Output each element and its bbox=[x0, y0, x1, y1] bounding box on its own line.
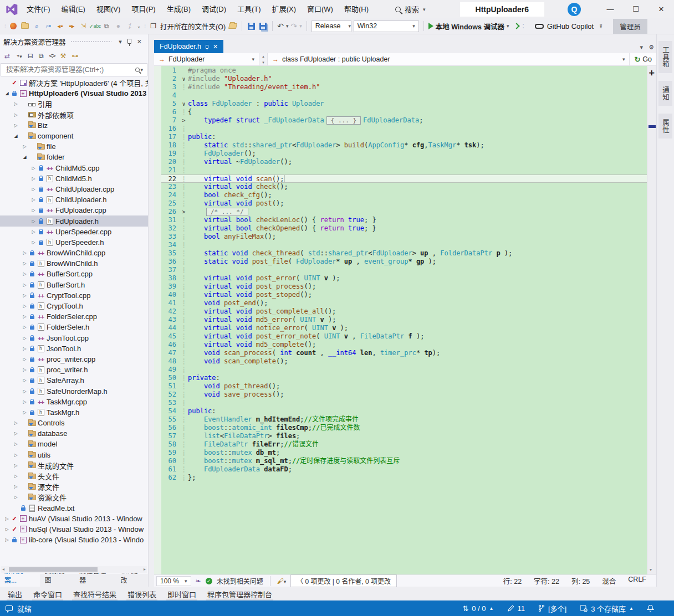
expand-region-icon[interactable]: > bbox=[180, 116, 188, 125]
code-editor[interactable]: 1#pragma once2∨#include "Uploader.h"3┆#i… bbox=[154, 66, 656, 574]
menu-调试[interactable]: 调试(D) bbox=[196, 0, 232, 18]
expander-icon[interactable]: ▷ bbox=[21, 261, 28, 266]
expander-icon[interactable]: ▷ bbox=[21, 378, 28, 383]
tablist-dropdown-icon[interactable]: ▾ bbox=[640, 44, 644, 51]
expander-icon[interactable]: ◢ bbox=[21, 155, 28, 160]
debug-target-button[interactable]: 本地 Windows 调试器 bbox=[436, 21, 504, 32]
tree-item-lib-core[interactable]: ▷+lib-core (Visual Studio 2013 - Windo bbox=[0, 535, 148, 545]
open-folder-icon[interactable] bbox=[228, 22, 237, 31]
close-panel-icon[interactable]: ✕ bbox=[134, 38, 145, 45]
forward-doc-icon[interactable]: ⧉ bbox=[102, 22, 111, 31]
code-line-53[interactable]: 53┆ bbox=[161, 399, 647, 407]
expander-icon[interactable]: ▷ bbox=[12, 420, 19, 425]
pin-icon[interactable] bbox=[206, 45, 208, 49]
window-position-icon[interactable]: ▾ bbox=[116, 38, 125, 45]
go-button[interactable]: ↻ Go bbox=[630, 53, 656, 65]
solution-search-box[interactable]: ▾ bbox=[1, 63, 147, 76]
preview-selected-icon[interactable]: ⊶ bbox=[72, 52, 78, 60]
expander-icon[interactable]: ▷ bbox=[21, 336, 28, 341]
navigate-search-icon[interactable]: ⌕ bbox=[32, 22, 42, 31]
expander-icon[interactable]: ▷ bbox=[12, 442, 19, 446]
tree-item-外部依赖项[interactable]: ▷外部依赖项 bbox=[0, 110, 148, 120]
code-line-51[interactable]: 51┆ void post_thread(); bbox=[161, 382, 647, 391]
expander-icon[interactable]: ▷ bbox=[12, 474, 19, 479]
expander-icon[interactable]: ▷ bbox=[12, 453, 19, 458]
expander-icon[interactable]: ▷ bbox=[12, 484, 19, 489]
side-tab-通知[interactable]: 通知 bbox=[658, 81, 672, 106]
navigate-backward-icon[interactable]: ◂▪ bbox=[55, 22, 65, 31]
expander-icon[interactable]: ▷ bbox=[21, 144, 28, 149]
tree-item-HttpUploader6[interactable]: ◢+HttpUploader6 (Visual Studio 2013 bbox=[0, 88, 148, 99]
expander-icon[interactable]: ▷ bbox=[21, 367, 28, 372]
expand-region-icon[interactable]: > bbox=[180, 208, 188, 216]
panel-tab-4[interactable]: 即时窗口 bbox=[163, 588, 201, 600]
code-line-62[interactable]: 62┆}; bbox=[161, 474, 647, 482]
code-line-22[interactable]: 22┆ virtual void scan(); bbox=[161, 174, 647, 183]
scroll-left-icon[interactable]: ◂ bbox=[2, 567, 4, 572]
code-line-50[interactable]: 50┆private: bbox=[161, 374, 647, 382]
code-line-57[interactable]: 57┆ list<FileDataPtr> files; bbox=[161, 432, 647, 440]
tree-item-JsonTool.cpp[interactable]: ▷++JsonTool.cpp bbox=[0, 333, 148, 343]
expander-icon[interactable]: ▷ bbox=[12, 431, 19, 436]
code-line-60[interactable]: 60┆ boost::mutex m_sql_mt;//定时保存进度与读取文件列… bbox=[161, 457, 647, 465]
code-line-7[interactable]: 7> typedef struct _FdUploaderData{ ... }… bbox=[161, 116, 647, 125]
side-tab-工具箱[interactable]: 工具箱 bbox=[658, 41, 672, 73]
tree-item-解决方案[interactable]: ✓解决方案 'HttpUploader6' (4 个项目, 共 bbox=[0, 78, 148, 88]
code-line-23[interactable]: 23┆ virtual void check(); bbox=[161, 183, 647, 191]
code-line-4[interactable]: 4 bbox=[161, 91, 647, 100]
properties-wrench-icon[interactable]: ⚒ bbox=[60, 52, 67, 60]
code-line-1[interactable]: 1#pragma once bbox=[161, 66, 647, 75]
tree-item-ChildUploader.cpp[interactable]: ▷++ChildUploader.cpp bbox=[0, 184, 148, 194]
nav-spinner[interactable]: ▴▾ bbox=[259, 53, 268, 65]
problems-status[interactable]: 未找到相关问题 bbox=[217, 576, 263, 586]
menu-窗口[interactable]: 窗口(W) bbox=[302, 0, 339, 18]
code-line-20[interactable]: 20┆ virtual ~FdUploader(); bbox=[161, 158, 647, 166]
expander-icon[interactable]: ▷ bbox=[21, 293, 28, 298]
code-cleanup-icon[interactable]: 🖌▾ bbox=[277, 577, 287, 585]
expander-icon[interactable]: ▷ bbox=[21, 389, 28, 394]
expander-icon[interactable]: ▷ bbox=[21, 357, 28, 362]
show-all-files-icon[interactable]: ⧉ bbox=[39, 52, 44, 60]
undo-dropdown-icon[interactable]: ▾ bbox=[286, 23, 289, 29]
tree-item-SafeUnorderMap.h[interactable]: ▷hSafeUnorderMap.h bbox=[0, 386, 148, 396]
expander-icon[interactable]: ▷ bbox=[30, 219, 37, 224]
tree-item-BrowWinChild.cpp[interactable]: ▷++BrowWinChild.cpp bbox=[0, 248, 148, 258]
panel-tab-2[interactable]: 查找符号结果 bbox=[69, 588, 121, 600]
code-line-21[interactable]: 21┆ bbox=[161, 166, 647, 174]
tree-item-folder[interactable]: ◢folder bbox=[0, 152, 148, 162]
panel-splitter[interactable] bbox=[149, 34, 154, 587]
tree-item-ChildMd5.cpp[interactable]: ▷++ChildMd5.cpp bbox=[0, 163, 148, 173]
expander-icon[interactable]: ▷ bbox=[21, 314, 28, 319]
send-feedback-icon[interactable]: 🯅 bbox=[596, 22, 605, 31]
code-line-6[interactable]: 6┆{ bbox=[161, 108, 647, 116]
tree-item-Biz[interactable]: ▷Biz bbox=[0, 120, 148, 131]
expander-icon[interactable]: ▷ bbox=[12, 463, 19, 468]
code-line-47[interactable]: 47┆ void scan_process( int count , __int… bbox=[161, 349, 647, 357]
menu-工具[interactable]: 工具(T) bbox=[232, 0, 267, 18]
code-line-18[interactable]: 18┆ static std::shared_ptr<FdUploader> b… bbox=[161, 141, 647, 150]
expander-icon[interactable]: ▷ bbox=[30, 208, 37, 213]
code-line-38[interactable]: 38┆ virtual void post_error( UINT v ); bbox=[161, 274, 647, 283]
expander-icon[interactable]: ▷ bbox=[30, 229, 37, 234]
code-line-33[interactable]: 33┆ bool anyFileMax(); bbox=[161, 233, 647, 241]
tree-item-TaskMgr.cpp[interactable]: ▷++TaskMgr.cpp bbox=[0, 397, 148, 407]
code-line-40[interactable]: 40┆ virtual void post_stoped(); bbox=[161, 291, 647, 299]
tree-item-ChildMd5.h[interactable]: ▷hChildMd5.h bbox=[0, 173, 148, 184]
maximize-button[interactable]: ☐ bbox=[623, 0, 649, 18]
code-line-39[interactable]: 39┆ virtual void post_process(); bbox=[161, 283, 647, 291]
code-line-17[interactable]: 17┆public: bbox=[161, 133, 647, 141]
spellcheck-icon[interactable]: ✓abc bbox=[90, 22, 100, 31]
expander-icon[interactable]: ▷ bbox=[30, 187, 37, 192]
tree-item-FdUploader.h[interactable]: ▷hFdUploader.h bbox=[0, 215, 148, 226]
expander-icon[interactable]: ▷ bbox=[21, 250, 28, 255]
navigate-forward-icon[interactable]: ▪▸ bbox=[67, 22, 76, 31]
tree-item-proc_writer.h[interactable]: ▷hproc_writer.h bbox=[0, 365, 148, 375]
tree-item-database[interactable]: ▷database bbox=[0, 428, 148, 439]
switch-views-icon[interactable]: ⇄ bbox=[4, 52, 10, 60]
expander-icon[interactable]: ◢ bbox=[12, 134, 19, 138]
sync-with-active-document-icon[interactable]: <> bbox=[49, 52, 54, 60]
menu-扩展[interactable]: 扩展(X) bbox=[267, 0, 302, 18]
code-line-58[interactable]: 58┆ FileDataPtr fileErr;//错误文件 bbox=[161, 440, 647, 449]
tree-item-BrowWinChild.h[interactable]: ▷hBrowWinChild.h bbox=[0, 258, 148, 269]
expander-icon[interactable]: ▷ bbox=[30, 240, 37, 245]
